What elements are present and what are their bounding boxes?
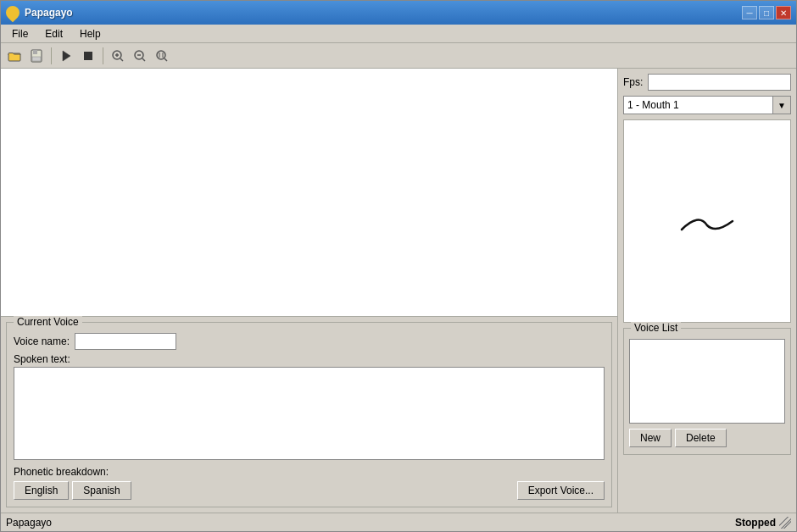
stop-button[interactable] <box>78 46 98 66</box>
voice-list-buttons: New Delete <box>629 429 785 447</box>
right-panel: Fps: 1 - Mouth 1 2 - Mouth 2 3 - Mouth 3… <box>618 69 796 513</box>
voice-list-box[interactable] <box>629 339 785 424</box>
menu-edit[interactable]: Edit <box>37 25 70 42</box>
title-bar: Papagayo ─ □ ✕ <box>1 1 796 25</box>
open-button[interactable] <box>4 46 25 66</box>
toolbar-separator-2 <box>103 47 103 64</box>
timeline-area <box>1 69 617 317</box>
svg-marker-4 <box>63 51 70 61</box>
phonetic-label: Phonetic breakdown: <box>14 466 605 478</box>
mouth-preview <box>623 119 791 323</box>
voice-name-label: Voice name: <box>14 335 70 347</box>
save-button[interactable] <box>26 46 47 66</box>
bottom-buttons: English Spanish Export Voice... <box>14 481 605 500</box>
status-app-name: Papagayo <box>6 517 52 529</box>
svg-line-12 <box>142 58 145 61</box>
window-title: Papagayo <box>25 7 737 19</box>
voice-name-row: Voice name: <box>14 333 605 350</box>
svg-line-9 <box>120 58 123 61</box>
svg-rect-3 <box>32 57 41 61</box>
size-grip-icon <box>779 517 791 529</box>
play-button[interactable] <box>56 46 76 66</box>
current-voice-title: Current Voice <box>14 316 82 328</box>
toolbar-separator-1 <box>51 47 52 64</box>
mouth-select[interactable]: 1 - Mouth 1 2 - Mouth 2 3 - Mouth 3 <box>623 96 791 114</box>
status-state: Stopped <box>735 517 776 529</box>
close-button[interactable]: ✕ <box>776 6 791 19</box>
svg-point-13 <box>157 51 165 59</box>
app-window: Papagayo ─ □ ✕ File Edit Help <box>0 0 797 532</box>
toolbar <box>1 43 796 69</box>
export-voice-button[interactable]: Export Voice... <box>517 481 605 500</box>
language-buttons: English Spanish <box>14 481 131 500</box>
voice-list-group: Voice List New Delete <box>623 328 791 455</box>
new-voice-button[interactable]: New <box>629 429 672 447</box>
svg-line-14 <box>164 58 167 61</box>
current-voice-section: Current Voice Voice name: Spoken text: P… <box>1 317 617 513</box>
status-right: Stopped <box>735 517 791 529</box>
main-content: Current Voice Voice name: Spoken text: P… <box>1 69 796 513</box>
title-bar-buttons: ─ □ ✕ <box>742 6 791 19</box>
english-button[interactable]: English <box>14 481 69 500</box>
app-icon <box>3 3 23 23</box>
fps-row: Fps: <box>623 74 791 91</box>
menu-bar: File Edit Help <box>1 25 796 43</box>
mouth-select-wrapper: 1 - Mouth 1 2 - Mouth 2 3 - Mouth 3 ▼ <box>623 96 791 114</box>
zoom-out-button[interactable] <box>130 46 150 66</box>
zoom-fit-button[interactable] <box>152 46 172 66</box>
spanish-button[interactable]: Spanish <box>72 481 131 500</box>
menu-help[interactable]: Help <box>72 25 109 42</box>
spoken-text-area[interactable] <box>14 367 605 460</box>
left-panel: Current Voice Voice name: Spoken text: P… <box>1 69 618 513</box>
minimize-button[interactable]: ─ <box>742 6 757 19</box>
voice-list-section: Voice List New Delete <box>623 328 791 455</box>
delete-voice-button[interactable]: Delete <box>675 429 727 447</box>
voice-list-title: Voice List <box>631 322 681 334</box>
fps-label: Fps: <box>623 76 643 88</box>
zoom-in-button[interactable] <box>108 46 128 66</box>
mouth-drawing <box>656 187 758 255</box>
maximize-button[interactable]: □ <box>759 6 774 19</box>
fps-input[interactable] <box>648 74 791 91</box>
svg-rect-5 <box>84 52 92 60</box>
current-voice-group: Current Voice Voice name: Spoken text: P… <box>6 322 612 507</box>
spoken-text-label: Spoken text: <box>14 353 605 365</box>
voice-name-input[interactable] <box>75 333 176 350</box>
menu-file[interactable]: File <box>4 25 36 42</box>
svg-rect-2 <box>33 50 37 54</box>
status-bar: Papagayo Stopped <box>1 513 796 531</box>
